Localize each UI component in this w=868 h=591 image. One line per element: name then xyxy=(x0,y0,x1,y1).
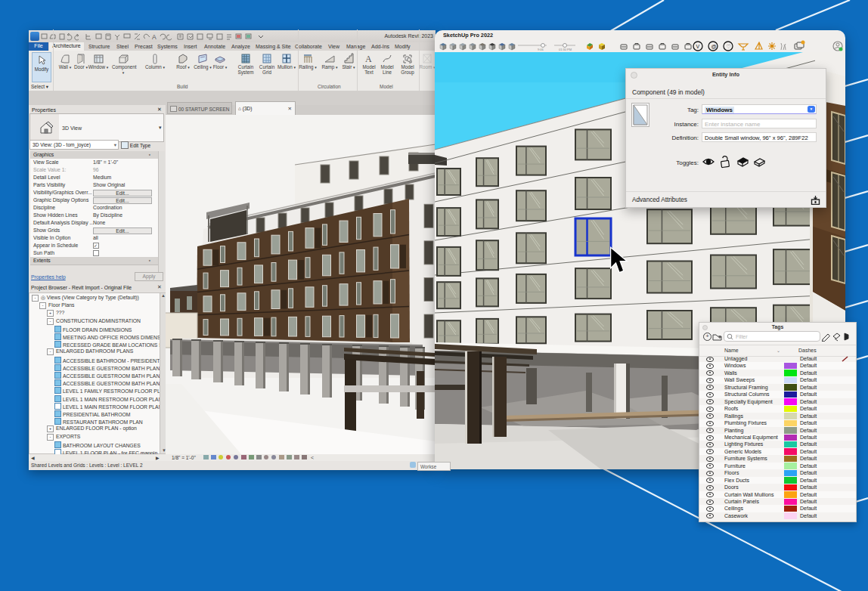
svg-text:<: < xyxy=(311,455,314,460)
svg-text:01:30 PM: 01:30 PM xyxy=(559,48,572,51)
svg-text:A: A xyxy=(152,33,157,41)
svg-text:♡: ♡ xyxy=(727,44,731,49)
svg-text:9:06: 9:06 xyxy=(538,48,544,51)
svg-text:A: A xyxy=(365,54,372,64)
svg-text:@: @ xyxy=(711,44,717,49)
svg-text:V: V xyxy=(696,44,700,49)
